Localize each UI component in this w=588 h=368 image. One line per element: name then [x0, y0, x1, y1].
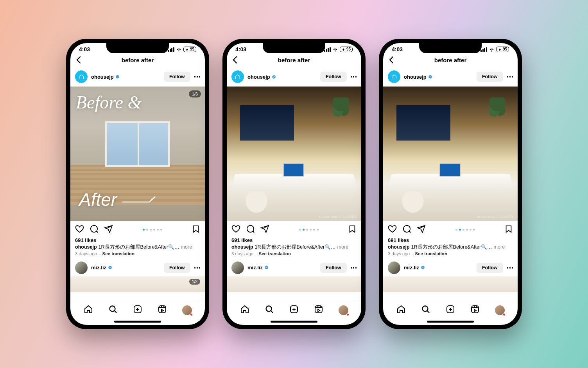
see-translation-button[interactable]: See translation [415, 251, 447, 256]
carousel-dots [113, 229, 192, 231]
carousel-dots [426, 229, 504, 231]
cellular-signal-icon [480, 47, 487, 52]
post-age: 3 days ago [75, 251, 97, 256]
likes-count[interactable]: 691 likes [70, 237, 205, 243]
tab-search[interactable] [265, 305, 274, 316]
save-button[interactable] [192, 225, 200, 235]
post-options-button-2[interactable] [507, 267, 513, 269]
tab-home[interactable] [84, 305, 93, 316]
cellular-signal-icon [324, 47, 331, 52]
like-button[interactable] [75, 224, 84, 235]
post-options-button-2[interactable] [351, 267, 357, 269]
media-attribution: Ohouse majo さんのお部屋 [475, 215, 514, 219]
like-button[interactable] [231, 224, 240, 235]
wifi-icon [176, 47, 182, 52]
battery-indicator: 95 [183, 47, 196, 52]
author-avatar[interactable] [75, 70, 88, 83]
post-caption[interactable]: ohousejp1R長方形のお部屋Before&After🔍…more [383, 243, 518, 251]
nav-bar: before after [70, 54, 205, 67]
media-overlay-text-bottom: After [79, 189, 156, 210]
post-actions [227, 221, 361, 236]
share-button[interactable] [104, 224, 113, 235]
arrow-right-icon [122, 195, 156, 205]
tab-profile[interactable] [182, 305, 192, 315]
tab-profile[interactable] [339, 305, 348, 315]
tab-home[interactable] [240, 305, 249, 316]
device-notch [106, 43, 169, 53]
tab-reels[interactable] [470, 305, 480, 316]
tab-create[interactable] [289, 305, 299, 316]
post-options-button[interactable] [351, 76, 357, 78]
post-options-button[interactable] [194, 76, 201, 78]
tab-home[interactable] [396, 305, 406, 316]
see-translation-button[interactable]: See translation [258, 251, 290, 256]
carousel-counter: 1/6 [189, 90, 201, 97]
post-caption[interactable]: ohousejp 1R長方形のお部屋Before&After🔍… more [70, 243, 205, 251]
author-username[interactable]: ohousejp [247, 74, 276, 80]
comment-button[interactable] [246, 224, 255, 235]
media-attribution: Ohouse majo さんのお部屋 [319, 215, 357, 219]
author-username-2[interactable]: miz.liz [404, 265, 425, 271]
next-post-preview[interactable] [383, 276, 518, 292]
tab-create[interactable] [133, 305, 142, 316]
likes-count[interactable]: 691 likes [227, 237, 361, 243]
save-button[interactable] [348, 225, 357, 235]
next-post-preview[interactable]: 1/2 [70, 276, 205, 292]
author-username[interactable]: ohousejp [404, 74, 432, 80]
see-translation-button[interactable]: See translation [102, 251, 134, 256]
author-avatar-2[interactable] [75, 262, 88, 274]
author-avatar[interactable] [231, 70, 244, 83]
tab-search[interactable] [421, 305, 430, 316]
author-username-2[interactable]: miz.liz [91, 265, 112, 271]
follow-button[interactable]: Follow [320, 72, 347, 82]
comment-button[interactable] [90, 224, 99, 235]
media-overlay-text-top: Before & [76, 92, 142, 113]
next-post-preview[interactable] [227, 276, 361, 292]
post-options-button[interactable] [507, 76, 513, 78]
post-caption[interactable]: ohousejp1R長方形のお部屋Before&After🔍…more [227, 243, 361, 251]
post-media[interactable]: Ohouse majo さんのお部屋 [383, 87, 518, 221]
svg-rect-8 [471, 306, 479, 313]
author-avatar-2[interactable] [388, 262, 400, 274]
tab-profile[interactable] [495, 305, 505, 315]
back-button[interactable] [232, 56, 238, 65]
tab-reels[interactable] [158, 305, 167, 316]
post-meta: 3 days ago· See translation [383, 251, 518, 257]
post-media[interactable]: Before & After 1/6 [70, 87, 205, 221]
like-button[interactable] [388, 224, 397, 235]
follow-button-2[interactable]: Follow [320, 263, 347, 273]
author-username-2[interactable]: miz.liz [247, 265, 269, 271]
status-time: 4:03 [79, 46, 90, 52]
page-title: before after [434, 57, 467, 63]
follow-button[interactable]: Follow [477, 72, 503, 82]
follow-button[interactable]: Follow [164, 72, 190, 82]
tab-reels[interactable] [314, 305, 323, 316]
battery-indicator: 95 [496, 47, 509, 52]
nav-bar: before after [227, 54, 361, 67]
author-avatar[interactable] [388, 70, 400, 83]
verified-badge-icon [108, 265, 112, 270]
verified-badge-icon [428, 75, 432, 79]
back-button[interactable] [76, 56, 81, 65]
likes-count[interactable]: 691 likes [383, 237, 518, 243]
next-post-header: miz.liz Follow [227, 257, 361, 276]
page-title: before after [122, 57, 154, 63]
follow-button-2[interactable]: Follow [164, 263, 190, 273]
share-button[interactable] [417, 224, 426, 235]
follow-button-2[interactable]: Follow [477, 263, 503, 273]
author-username[interactable]: ohousejp [91, 74, 120, 80]
post-header: ohousejp Follow [227, 67, 361, 87]
carousel-dots [269, 229, 348, 231]
share-button[interactable] [260, 224, 269, 235]
back-button[interactable] [389, 56, 394, 65]
save-button[interactable] [504, 225, 513, 235]
verified-badge-icon [115, 75, 120, 79]
tab-search[interactable] [108, 305, 118, 316]
next-post-header: miz.liz Follow [70, 257, 205, 276]
comment-button[interactable] [402, 224, 411, 235]
post-media[interactable]: Ohouse majo さんのお部屋 [227, 87, 361, 221]
device-notch [263, 43, 325, 53]
post-options-button-2[interactable] [194, 267, 201, 269]
author-avatar-2[interactable] [231, 262, 244, 274]
tab-create[interactable] [446, 305, 455, 316]
